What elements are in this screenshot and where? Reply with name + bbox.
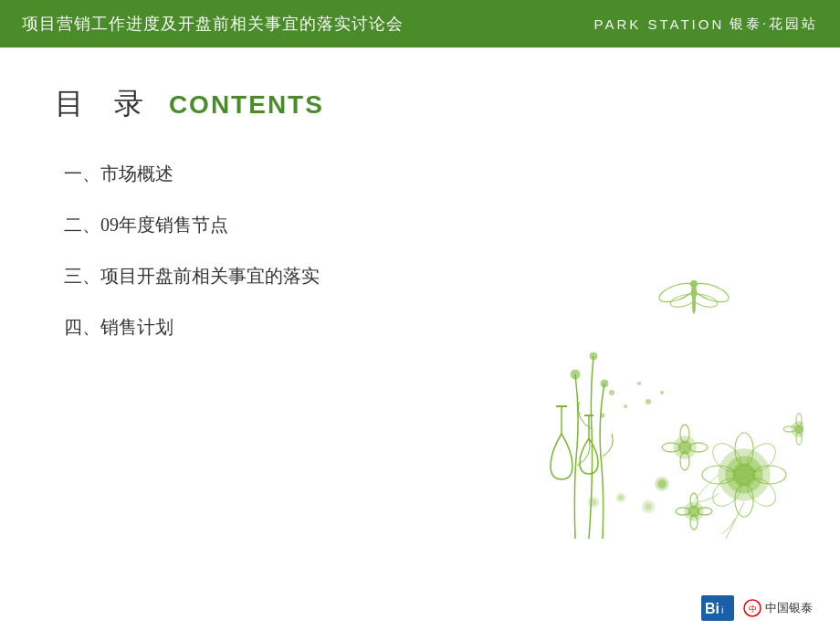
svg-point-32 <box>680 452 689 470</box>
footer-logos: Bi i 中 中国银泰 <box>701 595 813 621</box>
svg-point-25 <box>708 438 746 477</box>
svg-point-16 <box>646 399 651 404</box>
svg-point-50 <box>591 499 596 505</box>
svg-point-51 <box>616 493 625 502</box>
svg-point-22 <box>735 484 753 517</box>
svg-point-35 <box>685 502 703 520</box>
brand-cn: 银泰·花园站 <box>730 16 818 33</box>
svg-point-52 <box>619 496 624 500</box>
svg-point-33 <box>662 443 680 452</box>
svg-point-45 <box>783 426 796 432</box>
svg-text:中: 中 <box>749 604 757 614</box>
svg-point-21 <box>735 433 753 466</box>
list-item: 四、销售计划 <box>64 314 785 340</box>
svg-point-43 <box>796 414 802 426</box>
svg-point-20 <box>733 464 755 486</box>
main-content: 目 录 CONTENTS 一、市场概述 二、09年度销售节点 三、项目开盘前相关… <box>0 47 840 383</box>
svg-point-42 <box>795 425 803 433</box>
svg-point-54 <box>646 504 652 510</box>
svg-point-23 <box>702 466 735 484</box>
svg-point-34 <box>689 443 708 452</box>
header-title: 项目营销工作进度及开盘前相关事宜的落实讨论会 <box>22 13 404 35</box>
svg-text:Bi: Bi <box>705 601 719 616</box>
contents-en-label: CONTENTS <box>169 90 324 120</box>
contents-heading: 目 录 CONTENTS <box>55 84 785 124</box>
svg-point-44 <box>796 432 802 445</box>
svg-point-37 <box>690 493 698 508</box>
svg-point-53 <box>642 500 655 513</box>
svg-point-12 <box>609 390 614 395</box>
svg-point-46 <box>802 426 803 432</box>
yintai-icon: 中 <box>743 599 761 617</box>
header-bar: 项目营销工作进度及开盘前相关事宜的落实讨论会 PARK STATION 银泰·花… <box>0 0 840 47</box>
list-item: 一、市场概述 <box>64 161 785 186</box>
svg-point-38 <box>690 515 698 530</box>
svg-text:i: i <box>721 604 723 615</box>
svg-point-17 <box>660 391 664 394</box>
svg-point-28 <box>742 473 781 511</box>
svg-point-40 <box>698 508 712 515</box>
list-item: 三、项目开盘前相关事宜的落实 <box>64 263 785 289</box>
list-item: 二、09年度销售节点 <box>64 212 785 237</box>
svg-point-48 <box>658 480 666 488</box>
svg-point-26 <box>742 438 781 477</box>
svg-point-19 <box>726 457 762 493</box>
svg-point-49 <box>588 497 599 508</box>
svg-point-31 <box>680 425 689 443</box>
svg-point-27 <box>708 473 746 511</box>
bi-logo-icon: Bi i <box>701 595 734 621</box>
svg-point-36 <box>688 506 699 517</box>
footer-cn-text: 中国银泰 <box>765 600 813 616</box>
svg-point-41 <box>792 422 803 436</box>
svg-point-29 <box>674 436 696 458</box>
footer: Bi i 中 中国银泰 <box>0 586 840 630</box>
svg-point-39 <box>676 508 690 515</box>
contents-zh-label: 目 录 <box>55 84 154 124</box>
svg-point-47 <box>656 478 668 490</box>
svg-point-24 <box>753 466 786 484</box>
brand-en: PARK STATION <box>594 16 725 32</box>
svg-point-18 <box>719 449 770 500</box>
svg-point-30 <box>678 441 691 454</box>
svg-point-13 <box>624 404 627 408</box>
svg-point-14 <box>601 414 605 418</box>
contents-menu-list: 一、市场概述 二、09年度销售节点 三、项目开盘前相关事宜的落实 四、销售计划 <box>64 161 785 340</box>
header-brand: PARK STATION 银泰·花园站 <box>594 16 818 33</box>
china-yintai-logo: 中 中国银泰 <box>743 599 813 617</box>
